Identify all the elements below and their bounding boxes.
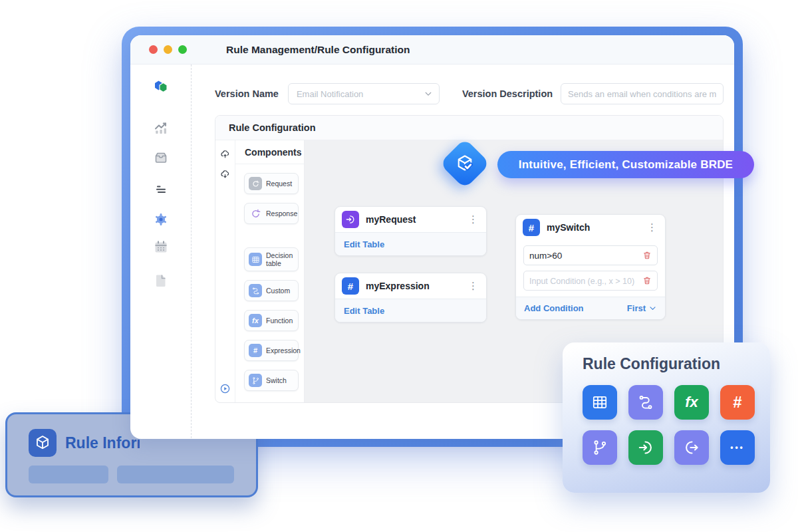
list-icon[interactable] [152, 181, 170, 198]
brde-badge-cube-icon [440, 138, 490, 189]
component-function[interactable]: fx Function [244, 310, 299, 331]
kebab-menu-icon[interactable]: ⋮ [467, 280, 479, 292]
component-switch[interactable]: Switch [244, 370, 299, 391]
node-title: myRequest [366, 214, 467, 225]
promo-title: Rule Configuration [583, 355, 756, 373]
inbox-icon[interactable] [152, 149, 170, 166]
version-name-input[interactable] [288, 83, 440, 104]
trash-icon[interactable] [642, 276, 652, 285]
rule-information-title: Rule Information [65, 434, 140, 452]
version-name-select[interactable] [288, 83, 440, 104]
node-title: myExpression [366, 281, 467, 291]
panel-title: Rule Configuration [229, 122, 316, 133]
response-logout-icon [674, 430, 709, 465]
page: Rule Information Rule Management/Rule Co… [0, 0, 798, 532]
chevron-down-icon [424, 89, 433, 98]
version-description-field[interactable] [561, 83, 724, 104]
switch-branch-icon [583, 430, 617, 465]
rule-configuration-promo-card: Rule Configuration fx # ••• [563, 342, 770, 493]
cloud-download-icon[interactable] [219, 168, 231, 180]
edit-table-link[interactable]: Edit Table [344, 306, 384, 316]
request-login-icon [342, 211, 359, 228]
component-request[interactable]: Request [244, 173, 299, 194]
analytics-icon[interactable] [152, 119, 170, 136]
node-my-request[interactable]: myRequest ⋮ Edit Table [334, 206, 487, 256]
placeholder-bars [29, 466, 256, 483]
components-title: Components [235, 140, 304, 164]
placeholder-bar [117, 466, 234, 483]
condition-row [523, 271, 658, 291]
expression-hash-icon: # [249, 344, 262, 357]
components-panel: Components Request Response [235, 140, 305, 402]
condition-row [523, 245, 658, 265]
tool-rail [215, 140, 235, 402]
document-icon[interactable] [152, 272, 170, 289]
kebab-menu-icon[interactable]: ⋮ [646, 221, 658, 233]
version-name-label: Version Name [215, 88, 279, 99]
cube-icon [29, 429, 57, 457]
banner-text: Intuitive, Efficient, Customizable BRDE [519, 158, 733, 172]
chevron-down-icon [648, 304, 657, 313]
close-button[interactable] [149, 45, 158, 54]
zoom-button[interactable] [178, 45, 187, 54]
response-refresh-icon [249, 207, 262, 220]
node-my-switch[interactable]: # mySwitch ⋮ [515, 214, 666, 320]
version-description-input[interactable] [561, 83, 724, 104]
sidebar [130, 65, 192, 438]
order-value: First [627, 303, 646, 313]
trash-icon[interactable] [642, 251, 652, 260]
component-response[interactable]: Response [244, 203, 299, 224]
window-title: Rule Management/Rule Configuration [226, 44, 410, 56]
node-title: mySwitch [547, 222, 646, 233]
run-play-icon[interactable] [219, 383, 231, 394]
kebab-menu-icon[interactable]: ⋮ [467, 213, 479, 225]
custom-route-icon [249, 284, 262, 297]
node-my-expression[interactable]: # myExpression ⋮ Edit Table [334, 273, 487, 323]
panel-header: Rule Configuration [215, 116, 723, 140]
settings-gear-icon[interactable] [152, 211, 170, 228]
brde-banner: Intuitive, Efficient, Customizable BRDE [497, 151, 754, 178]
window-titlebar: Rule Management/Rule Configuration [130, 35, 734, 65]
component-custom[interactable]: Custom [244, 280, 299, 301]
custom-route-icon [628, 385, 663, 420]
add-condition-link[interactable]: Add Condition [524, 303, 584, 313]
condition-input[interactable] [529, 251, 638, 261]
edit-table-link[interactable]: Edit Table [344, 239, 384, 249]
order-dropdown[interactable]: First [627, 303, 657, 313]
switch-branch-icon [249, 374, 262, 387]
request-refresh-icon [249, 177, 262, 190]
request-login-icon [628, 430, 663, 465]
calendar-icon[interactable] [152, 238, 170, 255]
promo-tile-grid: fx # ••• [583, 385, 756, 465]
placeholder-bar [29, 466, 108, 483]
function-fx-icon: fx [674, 385, 709, 420]
switch-hash-icon: # [523, 219, 540, 236]
decision-table-icon [583, 385, 617, 420]
minimize-button[interactable] [164, 45, 172, 54]
version-form: Version Name Version Description [215, 83, 724, 104]
expression-hash-icon: # [720, 385, 755, 420]
expression-hash-icon: # [342, 277, 359, 295]
condition-input[interactable] [529, 276, 638, 286]
component-decision-table[interactable]: Decision table [244, 247, 299, 271]
app-logo-icon[interactable] [152, 78, 170, 95]
function-fx-icon: fx [249, 314, 262, 327]
component-expression[interactable]: # Expression [244, 340, 299, 361]
decision-table-icon [249, 253, 262, 266]
more-icon: ••• [720, 430, 755, 465]
cloud-upload-icon[interactable] [219, 148, 231, 160]
version-description-label: Version Description [462, 88, 553, 99]
